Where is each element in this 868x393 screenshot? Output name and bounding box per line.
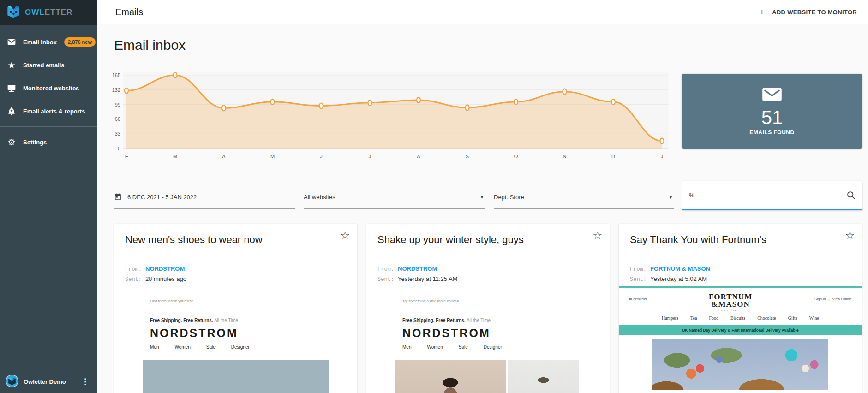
preview-link: Try something a little more colorful. (402, 299, 460, 303)
new-emails-badge: 2,876 new (64, 37, 96, 47)
email-preview-image (652, 339, 828, 390)
email-preview: #Fortnums FORTNUM &MASON EST 1707 Sign i… (619, 286, 862, 390)
svg-text:132: 132 (112, 87, 120, 93)
svg-text:165: 165 (112, 72, 120, 78)
email-from-row: From: FORTNUM & MASON (630, 265, 851, 273)
svg-text:N: N (563, 154, 567, 159)
fortnum-logo: FORTNUM &MASON EST 1707 (709, 293, 752, 312)
star-email-button[interactable]: ☆ (593, 230, 602, 241)
sent-label: Sent: (377, 276, 394, 283)
email-title: Shake up your winter style, guys (377, 233, 582, 247)
star-email-button[interactable]: ☆ (340, 230, 350, 241)
add-website-button[interactable]: + ADD WEBSITE TO MONITOR (755, 3, 862, 21)
sent-label: Sent: (630, 276, 647, 283)
vertical-dots-icon: ⋮ (81, 377, 89, 386)
sidebar-divider (0, 126, 97, 127)
sidebar-item-settings[interactable]: ⚙ Settings (0, 131, 97, 154)
brand-primary: OWL (25, 8, 45, 17)
brand-name: OWLETTER (25, 8, 72, 17)
tagline-rest: All the Time. (467, 318, 492, 323)
sender-link[interactable]: NORDSTROM (398, 265, 437, 272)
email-title: New men's shoes to wear now (125, 233, 329, 247)
nordstrom-email-body: Find them fast in your size. Free Shippi… (114, 286, 357, 393)
date-range-field[interactable]: 6 DEC 2021 - 5 JAN 2022 (114, 186, 295, 209)
user-bar: Owletter Demo ⋮ (0, 370, 97, 393)
sender-link[interactable]: NORDSTROM (145, 265, 185, 272)
sent-time: 28 minutes ago (145, 275, 186, 282)
from-label: From: (377, 266, 394, 273)
svg-text:J: J (661, 154, 664, 159)
divider: | (828, 297, 829, 301)
star-icon: ★ (6, 60, 17, 70)
preview-nav-item: Sale (206, 345, 216, 350)
email-card[interactable]: ☆ Shake up your winter style, guys From:… (366, 224, 610, 393)
emails-found-card: 51 EMAILS FOUND (682, 74, 862, 149)
star-email-button[interactable]: ☆ (845, 230, 855, 241)
sidebar-item-monitored-websites[interactable]: Monitored websites (0, 77, 97, 100)
preview-nav-item: Wine (809, 316, 819, 321)
header: Emails + ADD WEBSITE TO MONITOR (97, 0, 868, 24)
sidebar-item-email-inbox[interactable]: Email inbox 2,876 new (0, 30, 97, 54)
preview-nav-item: Designer (484, 345, 502, 350)
search-input[interactable] (689, 192, 842, 199)
main-content: Email inbox 0336699132165FMAMJJASONDJ 51… (97, 24, 868, 393)
emails-found-count: 51 (761, 107, 783, 128)
add-website-label: ADD WEBSITE TO MONITOR (772, 9, 857, 16)
tagline-bold: Free Shipping. Free Returns. (150, 318, 213, 323)
star-outline-icon: ☆ (845, 229, 855, 241)
svg-text:A: A (417, 154, 420, 159)
sender-link[interactable]: FORTNUM & MASON (650, 265, 710, 272)
email-sent-row: Sent: 28 minutes ago (125, 275, 346, 283)
preview-nav: Hampers Tea Food Biscuits Chocolate Gift… (619, 316, 862, 321)
preview-nav-item: Women (427, 345, 443, 350)
user-menu-button[interactable]: ⋮ (78, 376, 92, 387)
chevron-down-icon: ▾ (670, 195, 674, 200)
svg-text:F: F (125, 154, 128, 159)
sidebar: OWLETTER Email inbox 2,876 new ★ Starred… (0, 0, 97, 393)
search-icon[interactable] (846, 191, 856, 200)
fortnum-logo-line2: &MASON (709, 301, 752, 308)
svg-text:J: J (320, 154, 323, 159)
page-title: Emails (115, 7, 143, 18)
svg-text:J: J (369, 154, 371, 159)
preview-nav-item: Chocolate (757, 316, 776, 321)
email-preview-images (395, 360, 581, 393)
from-label: From: (125, 266, 142, 273)
sidebar-item-label: Email alerts & reports (23, 108, 85, 115)
preview-tagline: Free Shipping. Free Returns. All the Tim… (150, 318, 329, 323)
tagline-rest: All the Time. (214, 318, 239, 323)
fortnum-email-header: #Fortnums FORTNUM &MASON EST 1707 Sign i… (619, 288, 862, 312)
preview-tagline: Free Shipping. Free Returns. All the Tim… (402, 318, 581, 323)
preview-nav: Men Women Sale Designer (402, 345, 581, 350)
svg-text:66: 66 (115, 116, 120, 122)
preview-nav-item: Women (174, 345, 190, 350)
website-select[interactable]: All websites ▾ (304, 186, 485, 209)
preview-nav-item: Tea (690, 316, 697, 321)
preview-nav-item: Hampers (662, 316, 678, 321)
sent-time: Yesterday at 11:25 AM (398, 275, 457, 282)
email-title: Say Thank You with Fortnum's (630, 233, 834, 247)
svg-text:O: O (514, 154, 518, 159)
calendar-icon (114, 193, 122, 202)
plus-icon: + (760, 7, 765, 17)
email-card[interactable]: ☆ New men's shoes to wear now From: NORD… (114, 224, 357, 393)
category-select[interactable]: Dept. Store ▾ (494, 186, 674, 209)
svg-text:33: 33 (115, 131, 120, 137)
section-heading: Email inbox (114, 37, 186, 53)
preview-nav-item: Sale (459, 345, 468, 350)
delivery-banner: UK Named Day Delivery & Fast Internation… (619, 325, 862, 335)
preview-nav-item: Men (150, 345, 159, 350)
owletter-app: OWLETTER Email inbox 2,876 new ★ Starred… (0, 0, 868, 393)
sidebar-item-starred-emails[interactable]: ★ Starred emails (0, 54, 97, 77)
sidebar-item-label: Starred emails (23, 62, 65, 69)
email-card[interactable]: ☆ Say Thank You with Fortnum's From: FOR… (619, 224, 862, 393)
preview-link: Find them fast in your size. (150, 299, 194, 303)
chevron-down-icon: ▾ (481, 195, 485, 200)
brand-secondary: ETTER (45, 8, 73, 17)
svg-text:M: M (270, 154, 275, 159)
nordstrom-logo: NORDSTROM (402, 327, 581, 340)
from-label: From: (630, 266, 647, 273)
sidebar-item-email-alerts[interactable]: Email alerts & reports (0, 100, 97, 123)
line-chart: 0336699132165FMAMJJASONDJ (107, 66, 674, 163)
star-outline-icon: ☆ (593, 229, 602, 241)
